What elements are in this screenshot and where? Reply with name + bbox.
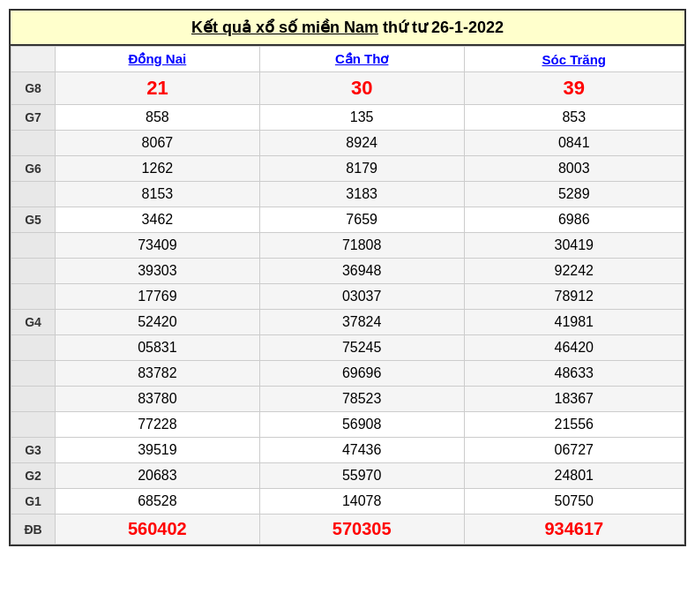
row-label: G1: [11, 489, 56, 515]
row-label: G5: [11, 207, 56, 233]
table-row: G8 21 30 39: [11, 72, 684, 105]
row-label: G6: [11, 156, 56, 182]
g7-c2: 135: [259, 105, 464, 131]
row-label: [11, 412, 56, 438]
empty-header: [11, 47, 56, 72]
row-label: [11, 131, 56, 156]
main-container: Kết quả xổ số miền Nam thứ tư 26-1-2022 …: [9, 9, 686, 546]
row-label: G3: [11, 438, 56, 463]
table-row: 05831 75245 46420: [11, 335, 684, 361]
table-row: ĐB 560402 570305 934617: [11, 515, 684, 545]
row-label: G2: [11, 463, 56, 489]
table-row: 17769 03037 78912: [11, 284, 684, 310]
g6-3-c3: 5289: [464, 182, 684, 207]
table-row: 83780 78523 18367: [11, 387, 684, 412]
g8-c3: 39: [464, 72, 684, 105]
row-label: [11, 335, 56, 361]
row-label: [11, 233, 56, 259]
g6-3-c2: 3183: [259, 182, 464, 207]
g6-2-c1: 1262: [56, 156, 260, 182]
col1-header: Đồng Nai: [56, 47, 260, 72]
row-label: G4: [11, 310, 56, 335]
col2-header: Cần Thơ: [259, 47, 464, 72]
table-row: G5 3462 7659 6986: [11, 207, 684, 233]
row-label: G8: [11, 72, 56, 105]
g7-c3: 853: [464, 105, 684, 131]
g6-3-c1: 8153: [56, 182, 260, 207]
row-label: [11, 284, 56, 310]
page-header: Kết quả xổ số miền Nam thứ tư 26-1-2022: [11, 11, 684, 46]
db-c3: 934617: [464, 515, 684, 545]
g8-c2: 30: [259, 72, 464, 105]
table-row: G4 52420 37824 41981: [11, 310, 684, 335]
table-row: G7 858 135 853: [11, 105, 684, 131]
table-row: G3 39519 47436 06727: [11, 438, 684, 463]
row-label: [11, 182, 56, 207]
table-row: 77228 56908 21556: [11, 412, 684, 438]
row-label: ĐB: [11, 515, 56, 545]
g6-1-c3: 0841: [464, 131, 684, 156]
table-header-row: Đồng Nai Cần Thơ Sóc Trăng: [11, 47, 684, 72]
g6-1-c1: 8067: [56, 131, 260, 156]
g7-c1: 858: [56, 105, 260, 131]
row-label: [11, 259, 56, 284]
g5-c1: 3462: [56, 207, 260, 233]
table-row: 8067 8924 0841: [11, 131, 684, 156]
table-row: 73409 71808 30419: [11, 233, 684, 259]
db-c2: 570305: [259, 515, 464, 545]
g6-2-c2: 8179: [259, 156, 464, 182]
col3-header: Sóc Trăng: [464, 47, 684, 72]
g5-c2: 7659: [259, 207, 464, 233]
results-table: Đồng Nai Cần Thơ Sóc Trăng G8 21 30 39 G…: [11, 46, 684, 545]
table-row: G6 1262 8179 8003: [11, 156, 684, 182]
table-row: 83782 69696 48633: [11, 361, 684, 387]
g6-2-c3: 8003: [464, 156, 684, 182]
table-row: 39303 36948 92242: [11, 259, 684, 284]
table-row: 8153 3183 5289: [11, 182, 684, 207]
header-title: Kết quả xổ số miền Nam thứ tư 26-1-2022: [191, 19, 504, 36]
table-row: G1 68528 14078 50750: [11, 489, 684, 515]
db-c1: 560402: [56, 515, 260, 545]
row-label: [11, 387, 56, 412]
g5-c3: 6986: [464, 207, 684, 233]
row-label: [11, 361, 56, 387]
g6-1-c2: 8924: [259, 131, 464, 156]
g8-c1: 21: [56, 72, 260, 105]
table-row: G2 20683 55970 24801: [11, 463, 684, 489]
row-label: G7: [11, 105, 56, 131]
